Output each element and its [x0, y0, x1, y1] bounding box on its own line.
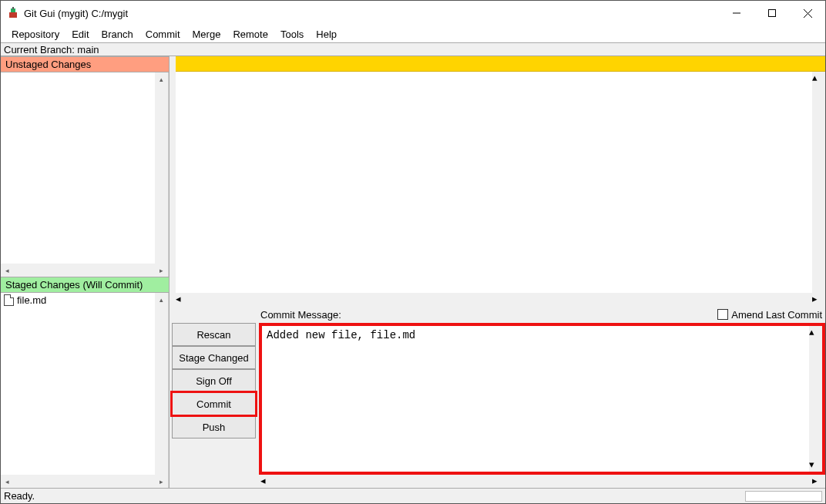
diff-hscrollbar[interactable] — [176, 293, 825, 306]
commit-button-column: Rescan Stage Changed Sign Off Commit Pus… — [170, 323, 256, 475]
status-text: Ready. — [4, 490, 35, 502]
scroll-left-icon[interactable] — [176, 293, 189, 306]
unstaged-pane — [1, 72, 169, 277]
commit-message-box — [259, 323, 825, 475]
staged-pane: file.md — [1, 293, 169, 488]
file-name: file.md — [17, 294, 46, 306]
commit-message-label: Commit Message: — [260, 309, 341, 321]
scroll-right-icon[interactable] — [812, 293, 825, 306]
current-branch-label: Current Branch: main — [1, 42, 825, 56]
git-gui-icon — [7, 7, 19, 19]
right-column: Commit Message: Amend Last Commit Rescan… — [170, 56, 825, 488]
menu-branch[interactable]: Branch — [96, 28, 139, 41]
scroll-up-icon[interactable] — [812, 72, 825, 85]
menu-commit[interactable]: Commit — [139, 28, 186, 41]
file-icon — [4, 294, 14, 306]
menu-edit[interactable]: Edit — [65, 28, 95, 41]
progress-well — [745, 491, 822, 502]
staged-vscrollbar[interactable] — [155, 293, 168, 475]
minimize-button[interactable] — [719, 1, 754, 25]
svg-rect-4 — [769, 10, 776, 17]
window-title: Git Gui (mygit) C:/mygit — [24, 8, 128, 19]
push-button[interactable]: Push — [172, 415, 256, 438]
scroll-right-icon[interactable] — [155, 475, 168, 488]
commit-msg-hscrollbar[interactable] — [260, 475, 825, 488]
menu-tools[interactable]: Tools — [274, 28, 310, 41]
titlebar: Git Gui (mygit) C:/mygit — [1, 1, 825, 25]
diff-header-bar — [176, 56, 825, 72]
menubar: Repository Edit Branch Commit Merge Remo… — [1, 25, 825, 42]
svg-rect-0 — [9, 12, 17, 18]
commit-section: Commit Message: Amend Last Commit Rescan… — [170, 306, 825, 488]
scroll-left-icon[interactable] — [1, 264, 14, 277]
scroll-down-icon[interactable] — [809, 459, 822, 472]
unstaged-hscrollbar[interactable] — [1, 264, 168, 277]
unstaged-file-list[interactable] — [1, 72, 168, 264]
menu-remote[interactable]: Remote — [227, 28, 274, 41]
menu-repository[interactable]: Repository — [5, 28, 65, 41]
amend-last-commit[interactable]: Amend Last Commit — [717, 309, 822, 321]
sign-off-button[interactable]: Sign Off — [172, 369, 256, 392]
unstaged-vscrollbar[interactable] — [155, 72, 168, 264]
menu-help[interactable]: Help — [310, 28, 343, 41]
svg-rect-2 — [12, 7, 14, 9]
rescan-button[interactable]: Rescan — [172, 323, 256, 346]
status-bar: Ready. — [1, 488, 825, 503]
scroll-right-icon[interactable] — [812, 475, 825, 488]
main-area: Unstaged Changes Staged Changes (Will Co… — [1, 56, 825, 488]
scroll-right-icon[interactable] — [155, 264, 168, 277]
staged-hscrollbar[interactable] — [1, 475, 168, 488]
amend-label: Amend Last Commit — [731, 309, 822, 321]
window-controls — [719, 1, 825, 25]
scroll-up-icon[interactable] — [155, 293, 168, 306]
commit-message-input[interactable] — [262, 326, 809, 472]
commit-header-row: Commit Message: Amend Last Commit — [170, 306, 825, 323]
amend-checkbox[interactable] — [717, 309, 728, 320]
diff-view[interactable] — [176, 72, 825, 293]
stage-changed-button[interactable]: Stage Changed — [172, 346, 256, 369]
unstaged-header: Unstaged Changes — [1, 56, 169, 72]
close-button[interactable] — [790, 1, 825, 25]
list-item[interactable]: file.md — [1, 293, 168, 307]
commit-msg-vscrollbar[interactable] — [809, 326, 822, 472]
staged-header: Staged Changes (Will Commit) — [1, 277, 169, 293]
scroll-left-icon[interactable] — [1, 475, 14, 488]
staged-file-list[interactable]: file.md — [1, 293, 168, 475]
scroll-up-icon[interactable] — [809, 326, 822, 339]
menu-merge[interactable]: Merge — [186, 28, 227, 41]
scroll-left-icon[interactable] — [260, 475, 274, 488]
scroll-up-icon[interactable] — [155, 72, 168, 86]
maximize-button[interactable] — [754, 1, 790, 25]
commit-button[interactable]: Commit — [172, 392, 256, 415]
left-column: Unstaged Changes Staged Changes (Will Co… — [1, 56, 170, 488]
diff-vscrollbar[interactable] — [812, 72, 825, 293]
